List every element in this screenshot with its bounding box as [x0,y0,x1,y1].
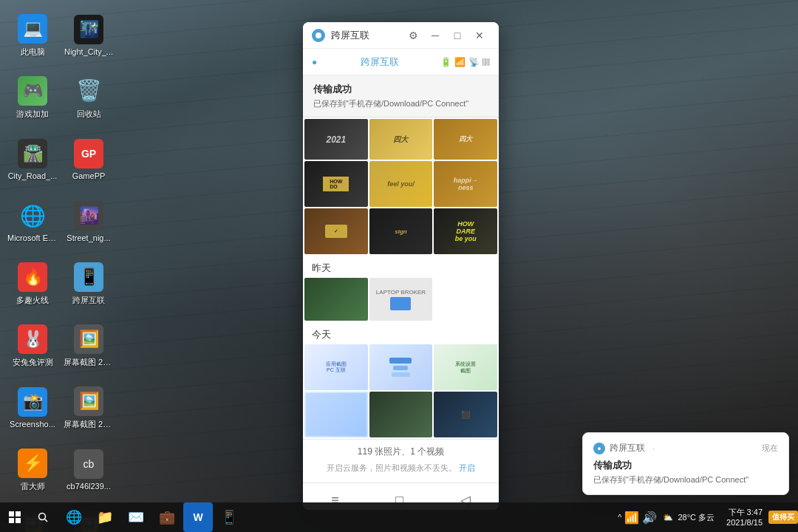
taskbar-pcconnect-taskbar[interactable]: 📱 [214,502,244,532]
desktop-icon-screenshot[interactable]: 📸 Screensho... [6,378,59,437]
photo-cell-1[interactable]: 2021 [304,119,368,160]
photo-cell-2[interactable]: 四大 [369,119,433,160]
desktop-icon-screen2[interactable]: 🖼️ 屏幕截图 2021-08-... [62,378,115,437]
tray-network[interactable]: 📶 [624,511,639,525]
desktop-icon-gamejiajia-label: 游戏加加 [16,109,49,120]
taskbar-explorer[interactable]: 📁 [90,502,120,532]
yesterday-photo-2[interactable]: LAPTOP BROKER [369,278,433,321]
transfer-banner: 传输成功 已保存到"手机存储/Download/PC Connect" [303,75,499,117]
taskbar-edge[interactable]: 🌐 [59,502,89,532]
photo-cell-6[interactable]: happi→ness [434,161,497,207]
notification-toast: ● 跨屏互联 · 现在 传输成功 已保存到"手机存储/Download/PC C… [582,432,789,495]
photo-cell-3[interactable]: 四大 [434,119,497,160]
today-photo-3[interactable]: 系统设置截图 [434,344,497,390]
toast-app-icon: ● [593,443,605,454]
desktop-icon-pcconnect-label: 跨屏互联 [72,295,105,306]
yesterday-grid: LAPTOP BROKER [303,278,499,322]
today-photo-6[interactable]: ⬛ [434,392,497,437]
desktop-icon-lei[interactable]: ⚡ 雷大师 [6,440,59,499]
clock-date: 2021/8/15 [726,517,763,528]
pcconnect-window: 跨屏互联 ⚙ ─ □ ✕ ● 跨屏互联 🔋 📶 📡 |||| 传输成功 已保存到… [303,22,499,510]
yesterday-photo-1[interactable] [304,278,368,321]
today-photo-4[interactable] [304,392,368,437]
desktop-icon-screenshot-label: Screensho... [10,420,55,429]
svg-line-6 [45,519,48,522]
transfer-title: 传输成功 [313,83,488,96]
photo-cell-5[interactable]: feel you/ [369,161,433,207]
desktop-icon-cityroad-label: City_Road_... [8,171,58,180]
battery-icon: 🔋 [440,57,451,67]
today-photo-5[interactable] [369,392,433,437]
maximize-button[interactable]: □ [447,25,468,46]
cloud-open-link[interactable]: 开启 [459,463,475,472]
desktop-icon-streetnight-label: Street_nig... [66,233,110,242]
photo-cell-7[interactable]: ✓ [304,208,368,254]
desktop-icon-edge-label: Microsoft Edge [7,233,58,242]
desktop-icon-screen1-label: 屏幕截图 2021-08-... [64,357,114,368]
photo-count: 119 张照片、1 个视频 [313,446,488,458]
desktop-icon-pc[interactable]: 💻 此电脑 [6,6,59,65]
today-photo-1[interactable]: 应用截图PC 互联 [304,344,368,390]
photo-cell-9[interactable]: HOWDAREbe you [434,208,497,254]
window-titlebar: 跨屏互联 ⚙ ─ □ ✕ [303,22,499,49]
brand-logo[interactable]: 值得买 [768,511,798,524]
toast-header: ● 跨屏互联 · 现在 [593,442,778,454]
today-photo-2[interactable] [369,344,433,390]
desktop-icon-cb-label: cb746l239... [66,482,111,491]
tray-volume[interactable]: 🔊 [642,511,657,525]
weather-display[interactable]: ⛅ 28°C 多云 [657,512,720,523]
phone-app-name: 跨屏互联 [361,55,399,69]
desktop-icon-screen1[interactable]: 🖼️ 屏幕截图 2021-08-... [62,316,115,375]
desktop-icon-anquan[interactable]: 🐰 安兔兔评测 [6,316,59,375]
desktop-icon-duoxuan-label: 多趣火线 [16,295,49,306]
photo-cell-4[interactable]: HOWDO [304,161,368,207]
tray-up-arrow[interactable]: ^ [618,513,621,522]
today-grid-2: ⬛ [303,392,499,439]
minimize-button[interactable]: ─ [425,25,446,46]
wifi-icon: 📶 [454,57,466,67]
desktop-icon-cityroad[interactable]: 🛣️ City_Road_... [6,130,59,189]
window-app-icon [312,29,325,42]
desktop-icon-duoxuan[interactable]: 🔥 多趣火线 [6,254,59,313]
yesterday-photo-3 [434,278,497,321]
phone-status-icons: 🔋 📶 📡 |||| [440,57,490,67]
section-today: 今天 [303,322,499,344]
desktop-icon-gamepp[interactable]: GP GamePP [62,130,115,189]
desktop-icon-recycle[interactable]: 🗑️ 回收站 [62,68,115,127]
start-button[interactable] [0,502,30,532]
desktop-icon-pcconnect[interactable]: 📱 跨屏互联 [62,254,115,313]
desktop-icon-pc-label: 此电脑 [21,47,45,58]
close-button[interactable]: ✕ [469,25,490,46]
desktop-icon-streetnight[interactable]: 🌆 Street_nig... [62,192,115,251]
photo-cell-8[interactable]: sign [369,208,433,254]
taskbar-mail[interactable]: ✉️ [121,502,151,532]
desktop-icon-screen2-label: 屏幕截图 2021-08-... [64,419,114,430]
desktop-icon-gamejiajia[interactable]: 🎮 游戏加加 [6,68,59,127]
brand-text: 值得买 [772,513,794,521]
taskbar-word[interactable]: W [183,502,213,532]
signal-bars: |||| [482,58,490,66]
window-controls: ⚙ ─ □ ✕ [403,25,490,46]
photo-grid-row3: ✓ sign HOWDAREbe you [303,208,499,256]
desktop-icon-anquan-label: 安兔兔评测 [13,357,53,368]
window-title: 跨屏互联 [331,29,403,42]
photo-content[interactable]: 2021 四大 四大 HOWDO feel you/ happi→ness ✓ … [303,117,499,510]
signal-icon: 📡 [468,57,480,67]
weather-temp: 28°C 多云 [678,512,715,523]
taskbar-search[interactable] [30,504,56,531]
desktop-icon-edge[interactable]: 🌐 Microsoft Edge [6,192,59,251]
settings-button[interactable]: ⚙ [403,25,423,46]
weather-icon: ⛅ [663,513,673,522]
desktop-icon-cb[interactable]: cb cb746l239... [62,440,115,499]
taskbar-office[interactable]: 💼 [152,502,182,532]
svg-rect-3 [9,518,14,523]
taskbar-clock[interactable]: 下午 3:47 2021/8/15 [720,507,768,528]
desktop-icon-recycle-label: 回收站 [77,109,101,120]
system-tray-icons: ^ 📶 🔊 [618,511,657,525]
section-yesterday: 昨天 [303,256,499,278]
toast-app-name: 跨屏互联 [610,442,645,454]
clock-time: 下午 3:47 [729,507,763,517]
cloud-promo: 开启云服务，照片和视频永不丢失。 开启 [313,463,488,474]
desktop-icon-nightcity[interactable]: 🌃 Night_City_... [62,6,115,65]
desktop-icon-gamepp-label: GamePP [72,171,106,180]
